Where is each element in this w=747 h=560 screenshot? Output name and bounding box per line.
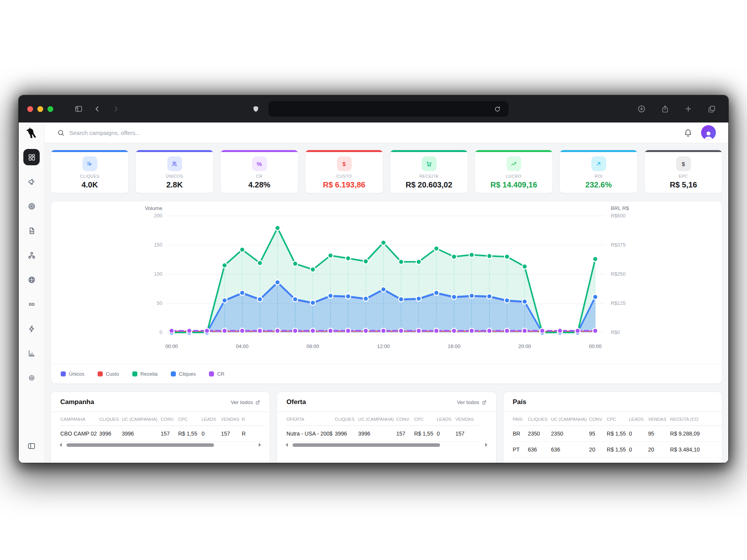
cell: BR — [513, 426, 528, 442]
kpi-card-cliques[interactable]: CLIQUES 4.0K — [51, 150, 129, 193]
dog-logo-icon[interactable] — [25, 127, 38, 140]
campanha-card: Campanha Ver todos CAMPA — [51, 392, 270, 463]
col-header[interactable]: OFERTA — [286, 412, 335, 426]
col-header[interactable]: CLIQUES — [528, 412, 551, 426]
col-header[interactable]: CONV. — [396, 412, 414, 426]
col-header[interactable]: CONV. — [161, 412, 178, 426]
legend-item-custo[interactable]: Custo — [98, 371, 119, 377]
col-header[interactable]: CAMPANHA — [60, 412, 99, 426]
col-header[interactable]: CPC — [607, 412, 629, 426]
close-window-button[interactable] — [27, 106, 33, 112]
kpi-label: RECEITA — [390, 174, 468, 178]
search-input[interactable] — [69, 130, 233, 136]
legend-item-receita[interactable]: Receita — [132, 371, 158, 377]
col-header[interactable]: LEADS — [629, 412, 648, 426]
table-row[interactable]: CBO CAMP 0239963996157R$ 1,550157R — [60, 426, 265, 442]
legend-label: Receita — [140, 371, 158, 377]
kpi-value: R$ 6.193,86 — [305, 180, 383, 189]
campanha-ver-todos-link[interactable]: Ver todos — [231, 399, 260, 405]
scroll-right-arrow[interactable] — [485, 443, 487, 447]
sidebar-item-globe[interactable] — [23, 271, 40, 288]
cell: R$ 1,55 — [178, 426, 202, 442]
scrollbar-thumb[interactable] — [293, 443, 440, 447]
oferta-ver-todos-link[interactable]: Ver todos — [457, 399, 487, 405]
browser-window: CLIQUES 4.0K ÚNICOS 2.8K — [19, 95, 728, 463]
col-header[interactable]: LEADS — [202, 412, 221, 426]
col-header[interactable]: LEADS — [437, 412, 455, 426]
traffic-lights — [27, 106, 53, 112]
search-box[interactable] — [57, 129, 684, 136]
kpi-card-roi[interactable]: ROI 232.6% — [559, 150, 638, 193]
col-header[interactable]: UC (CAMPANHA) — [358, 412, 396, 426]
sitemap-icon — [28, 251, 36, 259]
kpi-card-receita[interactable]: RECEITA R$ 20.603,02 — [390, 150, 468, 193]
sidebar-item-sitemap[interactable] — [23, 247, 40, 263]
sidebar-item-link[interactable] — [23, 296, 40, 312]
table-row[interactable]: PT63663620R$ 1,55020R$ 3.484,10 — [513, 442, 722, 458]
new-tab-icon[interactable] — [682, 102, 695, 116]
privacy-shield-icon[interactable] — [249, 102, 262, 116]
legend-item-unicos[interactable]: Únicos — [61, 371, 84, 377]
sidebar-item-target[interactable] — [23, 198, 40, 214]
kpi-label: EPC — [645, 174, 722, 178]
col-header[interactable]: VENDAS — [455, 412, 479, 426]
share-icon[interactable] — [658, 102, 672, 116]
svg-text:00:00: 00:00 — [165, 343, 178, 349]
col-header[interactable]: CONV. — [589, 412, 607, 426]
campanha-table: CAMPANHACLIQUESUC (CAMPANHA)CONV.CPCLEAD… — [60, 412, 265, 442]
scroll-right-arrow[interactable] — [259, 443, 261, 447]
col-header[interactable]: R — [242, 412, 265, 426]
user-icon — [703, 130, 714, 140]
avatar[interactable] — [701, 125, 716, 140]
scroll-left-arrow[interactable] — [60, 443, 62, 447]
custo-swatch — [98, 371, 103, 376]
sidebar-item-dashboard[interactable] — [23, 149, 40, 165]
kpi-card-epc[interactable]: $ EPC R$ 5,16 — [644, 150, 722, 193]
collapse-sidebar-button[interactable] — [23, 438, 40, 454]
time-series-chart[interactable]: 0R$050R$125100R$250150R$375200R$500Volum… — [51, 201, 722, 364]
forward-icon[interactable] — [109, 102, 123, 116]
sidebar-item-file-code[interactable] — [23, 222, 40, 239]
kpi-value: 2.8K — [136, 180, 213, 189]
table-row[interactable]: BR2350235095R$ 1,55095R$ 9.288,09 — [513, 426, 722, 442]
horizontal-scrollbar[interactable] — [277, 442, 496, 447]
col-header[interactable]: VENDAS — [221, 412, 242, 426]
kpi-card-custo[interactable]: $ CUSTO R$ 6.193,86 — [305, 150, 383, 193]
bell-icon[interactable] — [684, 128, 693, 137]
address-bar[interactable] — [268, 101, 509, 117]
col-header[interactable]: CPC — [178, 412, 202, 426]
kpi-card-lucro[interactable]: LUCRO R$ 14.409,16 — [475, 150, 553, 193]
app-sidebar — [19, 122, 45, 463]
sidebar-item-megaphone[interactable] — [23, 173, 40, 190]
cell: 20 — [648, 442, 670, 458]
col-header[interactable]: CPC — [414, 412, 437, 426]
col-header[interactable]: CLIQUES — [335, 412, 358, 426]
table-row[interactable]: Nutra - USA - 200$39963996157R$ 1,550157 — [286, 426, 479, 442]
sidebar-item-bar-chart[interactable] — [23, 345, 40, 361]
cell: 3996 — [122, 426, 161, 442]
kpi-value: R$ 20.603,02 — [390, 180, 468, 189]
sidebar-item-lightning[interactable] — [23, 320, 40, 337]
kpi-card-unicos[interactable]: ÚNICOS 2.8K — [135, 150, 214, 193]
col-header[interactable]: RECEITA (CO — [670, 412, 722, 426]
back-icon[interactable] — [91, 102, 104, 116]
legend-item-cliques[interactable]: Cliques — [171, 371, 196, 377]
scroll-left-arrow[interactable] — [286, 443, 288, 447]
minimize-window-button[interactable] — [37, 106, 43, 112]
col-header[interactable]: UC (CAMPANHA) — [122, 412, 161, 426]
col-header[interactable]: PAÍS — [513, 412, 528, 426]
col-header[interactable]: VENDAS — [648, 412, 670, 426]
downloads-icon[interactable] — [635, 102, 648, 116]
col-header[interactable]: UC (CAMPANHA) — [551, 412, 589, 426]
legend-item-cr[interactable]: CR — [209, 371, 224, 377]
horizontal-scrollbar[interactable] — [51, 442, 270, 447]
kpi-card-cr[interactable]: % CR 4.28% — [220, 150, 298, 193]
reload-icon[interactable] — [491, 102, 504, 116]
tab-overview-icon[interactable] — [705, 102, 718, 116]
col-header[interactable]: CLIQUES — [99, 412, 122, 426]
sidebar-item-settings[interactable] — [23, 369, 40, 386]
zoom-window-button[interactable] — [47, 106, 53, 112]
scrollbar-thumb[interactable] — [67, 443, 214, 447]
browser-sidebar-toggle-icon[interactable] — [72, 102, 85, 116]
summary-tables-row: Campanha Ver todos CAMPA — [51, 392, 722, 463]
